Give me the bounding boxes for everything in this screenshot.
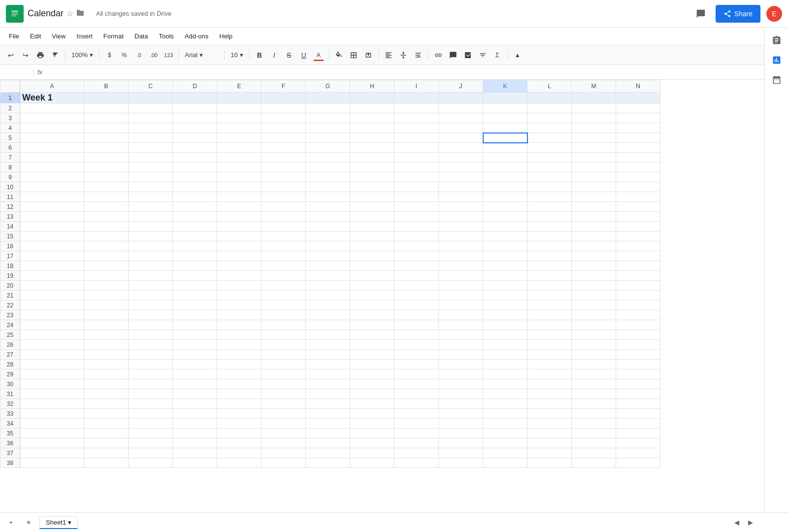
cell-E2[interactable] bbox=[217, 103, 262, 113]
cell-N5[interactable] bbox=[616, 133, 660, 143]
cell-G17[interactable] bbox=[306, 251, 350, 261]
cell-A12[interactable] bbox=[20, 202, 84, 212]
cell-M15[interactable] bbox=[572, 232, 616, 241]
col-header-L[interactable]: L bbox=[527, 80, 572, 93]
fill-color-button[interactable] bbox=[332, 48, 346, 62]
cell-E31[interactable] bbox=[217, 389, 262, 399]
row-number-10[interactable]: 10 bbox=[0, 182, 20, 192]
cell-G23[interactable] bbox=[306, 310, 350, 320]
comment-icon-btn[interactable] bbox=[692, 5, 710, 23]
cell-G22[interactable] bbox=[306, 300, 350, 310]
cell-E19[interactable] bbox=[217, 271, 262, 281]
sheets-list-button[interactable]: ≡ bbox=[22, 516, 35, 530]
row-number-17[interactable]: 17 bbox=[0, 251, 20, 261]
cell-F6[interactable] bbox=[262, 143, 306, 153]
cell-G35[interactable] bbox=[306, 429, 350, 438]
row-number-2[interactable]: 2 bbox=[0, 103, 20, 113]
cell-L3[interactable] bbox=[527, 113, 572, 123]
add-sheet-button[interactable]: + bbox=[4, 516, 18, 530]
cell-F9[interactable] bbox=[262, 172, 306, 182]
cell-D34[interactable] bbox=[173, 419, 217, 429]
cell-I6[interactable] bbox=[394, 143, 439, 153]
cell-I37[interactable] bbox=[394, 448, 439, 458]
cell-C3[interactable] bbox=[129, 113, 173, 123]
col-header-A[interactable]: A bbox=[20, 80, 84, 93]
cell-K18[interactable] bbox=[483, 261, 527, 271]
cell-D29[interactable] bbox=[173, 369, 217, 379]
cell-D26[interactable] bbox=[173, 340, 217, 350]
cell-I14[interactable] bbox=[394, 222, 439, 232]
cell-H30[interactable] bbox=[350, 379, 394, 389]
cell-F10[interactable] bbox=[262, 182, 306, 192]
cell-M9[interactable] bbox=[572, 172, 616, 182]
cell-L12[interactable] bbox=[527, 202, 572, 212]
calendar-panel-button[interactable] bbox=[768, 71, 786, 89]
cell-M2[interactable] bbox=[572, 103, 616, 113]
cell-H12[interactable] bbox=[350, 202, 394, 212]
cell-C5[interactable] bbox=[129, 133, 173, 143]
cell-G7[interactable] bbox=[306, 153, 350, 163]
cell-L28[interactable] bbox=[527, 360, 572, 369]
cell-M36[interactable] bbox=[572, 438, 616, 448]
cell-K14[interactable] bbox=[483, 222, 527, 232]
cell-M24[interactable] bbox=[572, 320, 616, 330]
cell-I3[interactable] bbox=[394, 113, 439, 123]
cell-L24[interactable] bbox=[527, 320, 572, 330]
cell-H34[interactable] bbox=[350, 419, 394, 429]
cell-L2[interactable] bbox=[527, 103, 572, 113]
cell-A26[interactable] bbox=[20, 340, 84, 350]
cell-N20[interactable] bbox=[616, 281, 660, 291]
cell-I17[interactable] bbox=[394, 251, 439, 261]
cell-L5[interactable] bbox=[527, 133, 572, 143]
nav-prev-button[interactable]: ◀ bbox=[731, 517, 743, 529]
cell-G30[interactable] bbox=[306, 379, 350, 389]
cell-G37[interactable] bbox=[306, 448, 350, 458]
cell-I24[interactable] bbox=[394, 320, 439, 330]
cell-A13[interactable] bbox=[20, 212, 84, 222]
cell-J35[interactable] bbox=[439, 429, 483, 438]
col-header-D[interactable]: D bbox=[173, 80, 217, 93]
cell-H1[interactable] bbox=[350, 93, 394, 103]
cell-G11[interactable] bbox=[306, 192, 350, 202]
cell-B28[interactable] bbox=[84, 360, 129, 369]
row-number-7[interactable]: 7 bbox=[0, 153, 20, 163]
cell-L33[interactable] bbox=[527, 409, 572, 419]
cell-F26[interactable] bbox=[262, 340, 306, 350]
cell-F38[interactable] bbox=[262, 458, 306, 468]
cell-C8[interactable] bbox=[129, 163, 173, 172]
cell-I31[interactable] bbox=[394, 389, 439, 399]
folder-icon[interactable] bbox=[76, 9, 84, 19]
cell-G34[interactable] bbox=[306, 419, 350, 429]
cell-D19[interactable] bbox=[173, 271, 217, 281]
cell-H18[interactable] bbox=[350, 261, 394, 271]
cell-E21[interactable] bbox=[217, 291, 262, 300]
cell-N22[interactable] bbox=[616, 300, 660, 310]
cell-K13[interactable] bbox=[483, 212, 527, 222]
cell-C2[interactable] bbox=[129, 103, 173, 113]
cell-F7[interactable] bbox=[262, 153, 306, 163]
cell-B32[interactable] bbox=[84, 399, 129, 409]
cell-I16[interactable] bbox=[394, 241, 439, 251]
cell-K34[interactable] bbox=[483, 419, 527, 429]
cell-I1[interactable] bbox=[394, 93, 439, 103]
cell-D13[interactable] bbox=[173, 212, 217, 222]
cell-L31[interactable] bbox=[527, 389, 572, 399]
cell-E15[interactable] bbox=[217, 232, 262, 241]
cell-A30[interactable] bbox=[20, 379, 84, 389]
cell-I8[interactable] bbox=[394, 163, 439, 172]
cell-C17[interactable] bbox=[129, 251, 173, 261]
align-left-button[interactable] bbox=[382, 48, 395, 62]
cell-K31[interactable] bbox=[483, 389, 527, 399]
cell-E22[interactable] bbox=[217, 300, 262, 310]
cell-G29[interactable] bbox=[306, 369, 350, 379]
cell-C35[interactable] bbox=[129, 429, 173, 438]
cell-E14[interactable] bbox=[217, 222, 262, 232]
cell-K24[interactable] bbox=[483, 320, 527, 330]
cell-H19[interactable] bbox=[350, 271, 394, 281]
cell-B4[interactable] bbox=[84, 123, 129, 133]
cell-N6[interactable] bbox=[616, 143, 660, 153]
cell-K3[interactable] bbox=[483, 113, 527, 123]
cell-K37[interactable] bbox=[483, 448, 527, 458]
cell-K36[interactable] bbox=[483, 438, 527, 448]
cell-L11[interactable] bbox=[527, 192, 572, 202]
